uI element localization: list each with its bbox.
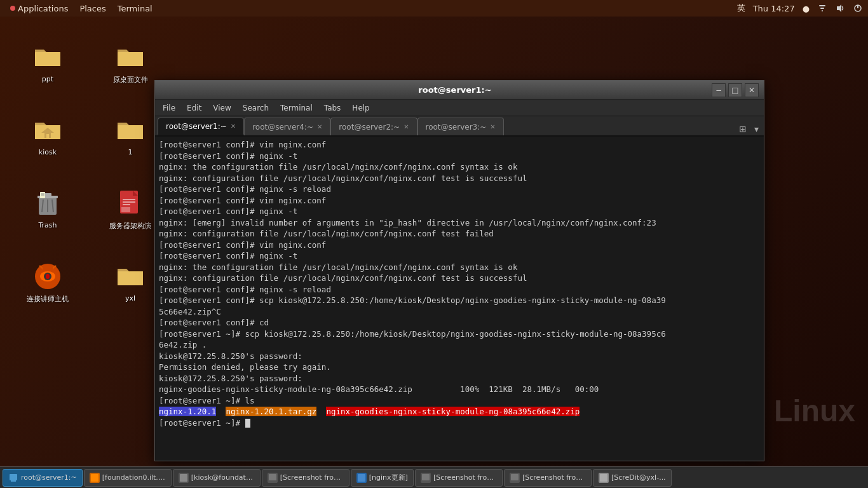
language-indicator[interactable]: 英 bbox=[737, 3, 745, 14]
term-line: kiosk@172.25.8.250's password: bbox=[159, 351, 760, 362]
linux-watermark: Linux bbox=[774, 393, 855, 428]
tab-server4[interactable]: root@server4:~ ✕ bbox=[244, 118, 330, 135]
desktop-icon-yuanzhuo[interactable]: 原桌面文件 bbox=[102, 42, 159, 85]
titlebar-controls: − □ ✕ bbox=[712, 83, 759, 97]
clock: Thu 14:27 bbox=[753, 4, 795, 13]
ls-item-zip: nginx-goodies-nginx-sticky-module-ng-08a… bbox=[326, 407, 580, 416]
svg-rect-37 bbox=[269, 474, 276, 480]
ls-item-dir: nginx-1.20.1 bbox=[159, 407, 216, 416]
menu-view[interactable]: View bbox=[208, 102, 236, 114]
desktop-icon-connect[interactable]: 连接讲师主机 bbox=[19, 261, 76, 304]
terminal-label: Terminal bbox=[118, 4, 153, 13]
svg-rect-41 bbox=[600, 474, 607, 482]
menu-search[interactable]: Search bbox=[238, 102, 274, 114]
taskbar-screenshot3[interactable]: [Screenshot from ... bbox=[504, 469, 592, 487]
applications-menu[interactable]: Applications bbox=[5, 3, 73, 15]
terminal-titlebar: root@server1:~ − □ ✕ bbox=[155, 81, 764, 100]
term-line: nginx: the configuration file /usr/local… bbox=[159, 262, 760, 273]
desktop-icon-1[interactable]: 1 bbox=[102, 115, 159, 156]
term-line: nginx-goodies-nginx-sticky-module-ng-08a… bbox=[159, 384, 760, 395]
folder-icon bbox=[115, 261, 146, 292]
menu-tabs[interactable]: Tabs bbox=[319, 102, 346, 114]
places-menu[interactable]: Places bbox=[74, 3, 111, 15]
taskbar-scredit[interactable]: [ScreDit@yxl-... bbox=[593, 469, 672, 487]
term-line: nginx: configuration file /usr/local/ngi… bbox=[159, 173, 760, 184]
icon-fuwuqi-label: 服务器架构演 bbox=[109, 221, 151, 231]
desktop-icon-fuwuqi[interactable]: 服务器架构演 bbox=[102, 188, 159, 231]
power-icon[interactable] bbox=[853, 3, 863, 13]
tab-server2-close[interactable]: ✕ bbox=[403, 123, 409, 130]
tab-server4-label: root@server4:~ bbox=[252, 123, 313, 132]
taskbar-kiosk[interactable]: [kiosk@foundation... bbox=[173, 469, 261, 487]
desktop-icon-ppt[interactable]: ppt bbox=[19, 42, 76, 83]
term-line: 6e42.zip . bbox=[159, 339, 760, 351]
menu-help[interactable]: Help bbox=[347, 102, 374, 114]
taskbar-screenshot2-icon bbox=[421, 473, 431, 483]
term-line: [root@server1 conf]# vim nginx.conf bbox=[159, 139, 760, 151]
taskbar-nginx[interactable]: [nginx更新] bbox=[351, 469, 414, 487]
terminal-tabs: root@server1:~ ✕ root@server4:~ ✕ root@s… bbox=[155, 116, 764, 137]
svg-rect-32 bbox=[118, 271, 143, 285]
menu-file[interactable]: File bbox=[158, 102, 180, 114]
term-line: [root@server1 conf]# nginx -t bbox=[159, 206, 760, 217]
term-line: nginx: the configuration file /usr/local… bbox=[159, 161, 760, 173]
close-button[interactable]: ✕ bbox=[745, 83, 759, 97]
icon-connect-label: 连接讲师主机 bbox=[27, 294, 69, 304]
tab-server2-label: root@server2:~ bbox=[339, 123, 400, 132]
taskbar-kiosk-label: [kiosk@foundation... bbox=[191, 473, 255, 482]
term-line: [root@server1 conf]# nginx -s reload bbox=[159, 184, 760, 195]
desktop-icon-trash[interactable]: Trash bbox=[19, 188, 76, 229]
svg-rect-27 bbox=[121, 207, 130, 212]
term-line: [root@server1 conf]# nginx -t bbox=[159, 151, 760, 162]
tab-server1[interactable]: root@server1:~ ✕ bbox=[158, 118, 244, 135]
tab-server1-close[interactable]: ✕ bbox=[231, 123, 236, 130]
desktop-icon-yxl[interactable]: yxl bbox=[102, 261, 159, 302]
icon-ppt-label: ppt bbox=[42, 75, 53, 83]
taskbar-foundation[interactable]: [foundation0.ilt.exa... bbox=[84, 469, 172, 487]
tab-new-icon[interactable]: ⊞ bbox=[736, 123, 749, 135]
volume-icon[interactable] bbox=[835, 3, 845, 13]
taskbar-scredit-icon bbox=[599, 473, 609, 483]
ls-item-tar: nginx-1.20.1.tar.gz bbox=[226, 407, 316, 416]
folder-icon bbox=[115, 115, 146, 146]
svg-marker-3 bbox=[837, 4, 841, 12]
desktop-icon-kiosk[interactable]: kiosk bbox=[19, 115, 76, 156]
places-label: Places bbox=[79, 4, 105, 13]
taskbar-scredit-label: [ScreDit@yxl-... bbox=[611, 473, 666, 482]
terminal-window: root@server1:~ − □ ✕ File Edit View Sear… bbox=[154, 80, 764, 461]
taskbar-foundation-label: [foundation0.ilt.exa... bbox=[102, 473, 166, 482]
taskbar-kiosk-icon bbox=[179, 473, 189, 483]
clock-dot: ● bbox=[803, 4, 810, 13]
svg-point-31 bbox=[46, 274, 50, 279]
taskbar-screenshot2-label: [Screenshot from ... bbox=[433, 473, 497, 482]
svg-rect-1 bbox=[820, 8, 824, 9]
svg-rect-6 bbox=[35, 52, 60, 66]
menu-terminal[interactable]: Terminal bbox=[275, 102, 318, 114]
taskbar-screenshot1-icon bbox=[268, 473, 278, 483]
maximize-button[interactable]: □ bbox=[728, 83, 742, 97]
trash-icon bbox=[32, 188, 63, 219]
svg-rect-38 bbox=[358, 474, 365, 482]
network-icon[interactable] bbox=[817, 3, 827, 13]
tab-server1-label: root@server1:~ bbox=[166, 122, 227, 131]
taskbar-screenshot1[interactable]: [Screenshot from ... bbox=[262, 469, 349, 487]
tab-server4-close[interactable]: ✕ bbox=[317, 123, 322, 130]
taskbar-screenshot2[interactable]: [Screenshot from ... bbox=[415, 469, 503, 487]
home-folder-icon bbox=[32, 115, 63, 146]
file-icon bbox=[115, 188, 146, 219]
minimize-button[interactable]: − bbox=[712, 83, 726, 97]
taskbar-server1-label: root@server1:~ bbox=[21, 473, 77, 482]
svg-rect-12 bbox=[118, 125, 143, 139]
tab-server3-close[interactable]: ✕ bbox=[490, 123, 495, 130]
svg-rect-40 bbox=[511, 474, 519, 480]
taskbar: root@server1:~ [foundation0.ilt.exa... [… bbox=[0, 466, 868, 488]
taskbar-server1[interactable]: root@server1:~ bbox=[3, 469, 83, 487]
icon-yxl-label: yxl bbox=[125, 294, 135, 302]
menu-edit[interactable]: Edit bbox=[182, 102, 207, 114]
tab-menu-icon[interactable]: ▾ bbox=[752, 123, 761, 135]
terminal-menu[interactable]: Terminal bbox=[112, 3, 158, 15]
ls-output-line: nginx-1.20.1 nginx-1.20.1.tar.gz nginx-g… bbox=[159, 406, 760, 417]
tab-server3[interactable]: root@server3:~ ✕ bbox=[417, 118, 504, 135]
tab-server2[interactable]: root@server2:~ ✕ bbox=[330, 118, 417, 135]
terminal-body[interactable]: [root@server1 conf]# vim nginx.conf [roo… bbox=[155, 137, 764, 461]
